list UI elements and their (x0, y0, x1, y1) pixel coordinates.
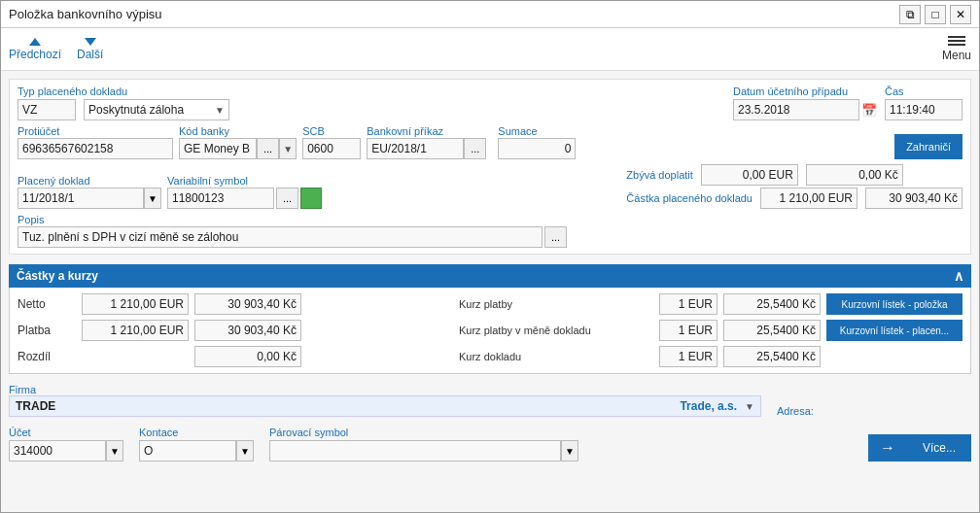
platba-czk-input[interactable]: 30 903,40 Kč (194, 320, 301, 341)
arrow-down-icon (85, 38, 96, 46)
firma-name: Trade, a.s. (680, 399, 737, 413)
kurz-dokladu-label: Kurz dokladu (459, 351, 653, 362)
firma-label: Firma (9, 384, 761, 395)
bottom-buttons: → Více... (868, 434, 971, 462)
variabilni-symbol-input[interactable]: 11800123 (167, 188, 274, 209)
arrow-right-btn[interactable]: → (868, 434, 907, 462)
popis-row: Tuz. plnění s DPH v cizí měně se zálohou… (18, 226, 962, 248)
restore-btn[interactable]: ⧉ (899, 5, 921, 24)
kurz-platby-mena-label: Kurz platby v měně dokladu (459, 325, 653, 336)
placeny-doklad-group: Placený doklad 11/2018/1 ▼ (18, 175, 161, 209)
kontace-input[interactable]: O (139, 440, 236, 462)
collapse-icon[interactable]: ∧ (954, 268, 963, 284)
cas-label: Čas (885, 86, 962, 97)
protiucet-input[interactable]: 69636567602158 (18, 138, 173, 159)
top-section: Typ placeného dokladu VZ Poskytnutá zálo… (9, 79, 971, 255)
placeny-doklad-input[interactable]: 11/2018/1 (18, 188, 144, 209)
datum-row: 23.5.2018 📅 (733, 99, 877, 120)
toolbar-nav: Předchozí Další (9, 38, 103, 61)
parovaci-symbol-group: Párovací symbol ▼ (269, 427, 578, 462)
firma-left: Firma TRADE Trade, a.s. ▼ (9, 384, 761, 417)
maximize-btn[interactable]: □ (925, 5, 946, 24)
datum-field-group: Datum účetního případu 23.5.2018 📅 (733, 86, 877, 120)
parovaci-symbol-input[interactable] (269, 440, 561, 462)
parovaci-symbol-row: ▼ (269, 440, 578, 462)
castka-czk-input[interactable]: 30 903,40 Kč (865, 188, 962, 209)
kod-banky-dots-btn[interactable]: ... (257, 138, 279, 159)
variabilni-symbol-row: 11800123 ... (167, 188, 322, 209)
variabilni-symbol-dots-btn[interactable]: ... (276, 188, 298, 209)
scb-input[interactable]: 0600 (302, 138, 361, 159)
kontace-group: Kontace O ▼ (139, 427, 254, 462)
calendar-icon[interactable]: 📅 (861, 103, 877, 118)
kurz-platby-row: Kurz platby 1 EUR 25,5400 Kč Kurzovní lí… (459, 293, 962, 315)
kod-banky-input[interactable]: GE Money B (179, 138, 257, 159)
bankovni-prikaz-input[interactable]: EU/2018/1 (367, 138, 464, 159)
kurz-platby-btn[interactable]: Kurzovní lístek - položka (826, 293, 962, 315)
kod-banky-label: Kód banky (179, 125, 297, 137)
toolbar: Předchozí Další Menu (1, 28, 979, 71)
typ-section: Typ placeného dokladu VZ Poskytnutá zálo… (18, 86, 733, 120)
placeny-doklad-dropdown-icon[interactable]: ▼ (144, 188, 161, 209)
ucet-input[interactable]: 314000 (9, 440, 106, 462)
firma-dropdown-icon[interactable]: ▼ (745, 401, 754, 412)
ucet-dropdown-icon[interactable]: ▼ (106, 440, 123, 462)
kontace-row: O ▼ (139, 440, 254, 462)
prev-button[interactable]: Předchozí (9, 38, 61, 61)
castka-row: Částka placeného dokladu 1 210,00 EUR 30… (626, 188, 962, 209)
rozdil-czk-input[interactable]: 0,00 Kč (194, 346, 301, 367)
bankovni-prikaz-row: EU/2018/1 ... (367, 138, 486, 159)
adresa-label: Adresa: (777, 405, 814, 417)
vice-btn[interactable]: Více... (907, 434, 971, 462)
kod-banky-dropdown-icon[interactable]: ▼ (279, 138, 297, 159)
platba-eur-input[interactable]: 1 210,00 EUR (82, 320, 189, 341)
firma-id: TRADE (16, 399, 55, 413)
kontace-dropdown-icon[interactable]: ▼ (236, 440, 254, 462)
zbyvat-eur-input[interactable]: 0,00 EUR (701, 164, 798, 186)
popis-dots-btn[interactable]: ... (544, 226, 567, 248)
adresa-block: Adresa: (777, 405, 971, 417)
netto-eur-input[interactable]: 1 210,00 EUR (82, 293, 189, 315)
popis-label: Popis (18, 214, 962, 225)
window-controls: ⧉ □ ✕ (899, 5, 971, 24)
zahranici-btn[interactable]: Zahraničí (894, 134, 962, 159)
kurz-platby-unit-input[interactable]: 1 EUR (659, 293, 718, 315)
popis-group: Popis Tuz. plnění s DPH v cizí měně se z… (18, 214, 962, 248)
rozdil-row: Rozdíl 0,00 Kč (18, 346, 443, 367)
bankovni-prikaz-dots-btn[interactable]: ... (464, 138, 486, 159)
variabilni-symbol-label: Variabilní symbol (167, 175, 322, 187)
zbyvat-castka-block: Zbývá doplatit 0,00 EUR 0,00 Kč Částka p… (626, 164, 962, 209)
netto-row: Netto 1 210,00 EUR 30 903,40 Kč (18, 293, 443, 315)
kurz-platby-mena-value-input[interactable]: 25,5400 Kč (723, 320, 821, 341)
parovaci-dropdown-icon[interactable]: ▼ (561, 440, 578, 462)
kurz-platby-label: Kurz platby (459, 298, 653, 310)
netto-czk-input[interactable]: 30 903,40 Kč (194, 293, 301, 315)
castka-label: Částka placeného dokladu (626, 192, 752, 204)
arrow-up-icon (29, 38, 41, 46)
kurz-platby-mena-btn[interactable]: Kurzovní lístek - placen... (826, 320, 962, 341)
menu-button[interactable]: Menu (942, 36, 971, 62)
main-content: Typ placeného dokladu VZ Poskytnutá zálo… (1, 71, 979, 512)
kurz-dokladu-value-input[interactable]: 25,5400 Kč (723, 346, 821, 367)
typ-vz-field[interactable]: VZ (18, 99, 76, 120)
scb-label: SCB (302, 125, 361, 137)
close-btn[interactable]: ✕ (950, 5, 971, 24)
typ-dropdown[interactable]: Poskytnutá záloha ▼ (84, 99, 229, 120)
menu-icon (948, 36, 965, 46)
datum-input[interactable]: 23.5.2018 (733, 99, 859, 120)
castky-kurzy-label: Částky a kurzy (17, 269, 98, 283)
zbyvat-label: Zbývá doplatit (626, 169, 692, 181)
kurz-platby-mena-row: Kurz platby v měně dokladu 1 EUR 25,5400… (459, 320, 962, 341)
kurz-platby-value-input[interactable]: 25,5400 Kč (723, 293, 821, 315)
bankovni-prikaz-group: Bankovní příkaz EU/2018/1 ... (367, 125, 486, 159)
castka-eur-input[interactable]: 1 210,00 EUR (760, 188, 858, 209)
dropdown-arrow-icon: ▼ (215, 105, 225, 116)
next-button[interactable]: Další (77, 38, 103, 61)
sumace-label: Sumace (498, 125, 576, 137)
kurz-platby-mena-unit-input[interactable]: 1 EUR (659, 320, 718, 341)
popis-input[interactable]: Tuz. plnění s DPH v cizí měně se zálohou (18, 226, 542, 248)
sumace-input[interactable]: 0 (498, 138, 576, 159)
zbyvat-czk-input[interactable]: 0,00 Kč (806, 164, 903, 186)
kurz-dokladu-unit-input[interactable]: 1 EUR (659, 346, 718, 367)
cas-input[interactable]: 11:19:40 (885, 99, 962, 120)
